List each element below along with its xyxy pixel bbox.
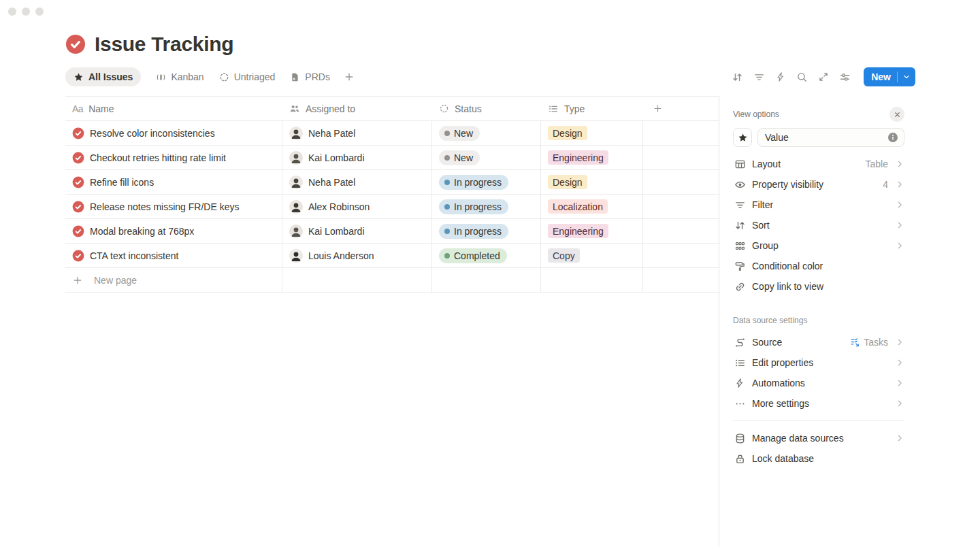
new-button[interactable]: New [864,67,915,86]
tune-icon[interactable] [839,71,851,83]
lightning-icon[interactable] [775,71,786,82]
column-header-extra [643,103,719,114]
issues-table: Aa Name Assigned to Status [65,96,719,293]
menu-item-label: Manage data sources [752,433,844,444]
menu-item-edit-properties[interactable]: Edit properties [733,352,904,373]
cell-name[interactable]: Release notes missing FR/DE keys [65,195,282,218]
assignee-name: Kai Lombardi [308,226,365,237]
menu-item-more-settings[interactable]: More settings [733,393,904,414]
status-dot-icon [444,131,450,136]
column-header-label: Status [455,103,482,114]
window-zoom-button[interactable] [35,7,44,16]
expand-icon[interactable] [818,71,829,82]
column-header-assigned-to[interactable]: Assigned to [282,103,432,114]
lock-icon [733,453,747,465]
chevron-down-icon[interactable] [898,73,915,81]
chevron-right-icon [895,399,904,408]
menu-item-label: Edit properties [752,357,813,368]
star-icon[interactable] [733,128,752,147]
cell-type[interactable]: Engineering [541,219,643,243]
cell-extra[interactable] [643,146,719,169]
avatar [289,200,303,214]
column-header-type[interactable]: Type [541,103,643,114]
new-page-row[interactable]: New page [65,268,719,293]
status-badge: In progress [439,199,508,214]
add-view-button[interactable] [344,71,355,82]
cell-status[interactable]: In progress [432,195,541,218]
cell-extra[interactable] [643,170,719,194]
assignee-name: Alex Robinson [308,201,370,212]
cell-name[interactable]: Modal breaking at 768px [65,219,282,243]
ellipsis-icon [733,398,747,410]
menu-item-property-visibility[interactable]: Property visibility 4 [733,174,904,195]
menu-item-value: 4 [883,179,888,190]
cell-name[interactable]: Refine fill icons [65,170,282,194]
window-minimize-button[interactable] [22,7,30,16]
cell-assigned-to[interactable]: Kai Lombardi [282,219,432,243]
menu-item-sort[interactable]: Sort [733,215,904,235]
add-column-button[interactable] [653,103,663,114]
chevron-right-icon [895,159,904,169]
view-options-menu: Layout Table Property visibility 4 [733,154,904,297]
menu-item-automations[interactable]: Automations [733,373,904,393]
tab-prds[interactable]: PRDs [290,71,330,82]
cell-type[interactable]: Engineering [541,146,643,169]
cell-extra[interactable] [643,219,719,243]
view-options-panel: View options Value [719,96,980,547]
sort-icon[interactable] [732,71,743,83]
cell-name[interactable]: Checkout retries hitting rate limit [65,146,282,169]
type-label: Engineering [553,226,604,237]
kanban-icon [156,72,166,82]
filter-icon[interactable] [753,71,765,83]
cell-extra[interactable] [643,195,719,218]
cell-type[interactable]: Localization [541,195,643,218]
cell-assigned-to[interactable]: Neha Patel [282,170,432,194]
close-icon[interactable] [889,107,904,122]
tab-kanban[interactable]: Kanban [156,71,203,82]
status-dot-icon [444,229,450,234]
cell-assigned-to[interactable]: Louis Anderson [282,244,432,267]
cell-status[interactable]: In progress [432,219,541,243]
menu-item-label: Filter [752,199,773,210]
menu-item-source[interactable]: Source Tasks [733,332,904,352]
cell-status[interactable]: New [432,121,541,145]
menu-item-group[interactable]: Group [733,235,904,256]
people-icon [289,103,300,114]
tab-all-issues[interactable]: All Issues [65,67,141,86]
column-header-name[interactable]: Aa Name [65,103,282,114]
menu-item-manage-data-sources[interactable]: Manage data sources [733,428,904,448]
cell-status[interactable]: In progress [432,170,541,194]
view-name-input[interactable]: Value [757,128,904,147]
type-label: Engineering [553,152,604,163]
view-name-value: Value [765,132,887,143]
cell-status[interactable]: New [432,146,541,169]
cell-extra[interactable] [643,244,719,267]
menu-item-copy-link[interactable]: Copy link to view [733,276,904,297]
tab-label: All Issues [88,71,133,82]
assignee-name: Kai Lombardi [308,152,365,163]
search-icon[interactable] [796,71,808,83]
menu-item-filter[interactable]: Filter [733,195,904,215]
menu-item-lock-database[interactable]: Lock database [733,448,904,469]
window-close-button[interactable] [8,7,16,16]
cell-assigned-to[interactable]: Kai Lombardi [282,146,432,169]
cell-name[interactable]: Resolve color inconsistencies [65,121,282,145]
column-header-status[interactable]: Status [432,103,541,114]
status-label: New [454,128,473,139]
new-page-cell[interactable]: New page [65,268,282,292]
check-circle-icon [72,201,84,213]
menu-item-conditional-color[interactable]: Conditional color [733,256,904,276]
cell-name[interactable]: CTA text inconsistent [65,244,282,267]
cell-type[interactable]: Design [541,170,643,194]
new-button-label: New [864,71,897,82]
cell-assigned-to[interactable]: Neha Patel [282,121,432,145]
cell-status[interactable]: Completed [432,244,541,267]
cell-type[interactable]: Copy [541,244,643,267]
tab-untriaged[interactable]: Untriaged [219,71,276,82]
page-header: Issue Tracking [0,0,980,56]
cell-type[interactable]: Design [541,121,643,145]
cell-assigned-to[interactable]: Alex Robinson [282,195,432,218]
cell-extra[interactable] [643,121,719,145]
info-icon[interactable] [887,132,898,143]
menu-item-layout[interactable]: Layout Table [733,154,904,174]
